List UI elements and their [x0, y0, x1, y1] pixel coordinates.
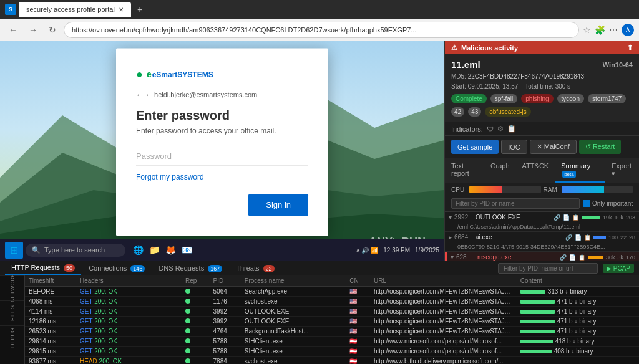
- taskbar-icon-2[interactable]: 📁: [147, 242, 162, 257]
- proc-sub-outlook: /eml C:\Users\admin\AppData\Local\Temp\1…: [445, 223, 639, 231]
- col-cn: CN: [346, 275, 370, 287]
- table-row[interactable]: 12186 ms GET 200: OK 3992 OUTLOOK.EXE 🇺🇸…: [25, 317, 639, 327]
- tab-http-requests[interactable]: HTTP Requests 50: [5, 261, 81, 275]
- more-icon[interactable]: ⋯: [609, 25, 618, 35]
- table-row[interactable]: 29614 ms GET 200: OK 5788 SIHClient.exe …: [25, 337, 639, 347]
- cell-content: 313 b ↓ binary: [517, 287, 639, 297]
- forward-button[interactable]: →: [25, 24, 41, 36]
- process-filter-input[interactable]: [451, 198, 580, 209]
- cell-time: 29615 ms: [25, 347, 76, 357]
- proc-icon-m628-3[interactable]: 📋: [578, 254, 585, 261]
- indicators-icon-1[interactable]: 🛡: [487, 125, 494, 133]
- bar-msedge-628: [588, 256, 603, 259]
- badge-storm: storm1747: [588, 94, 626, 103]
- file-status-badges: Complete spf-fail phishing tycoon storm1…: [451, 94, 633, 117]
- metric1-msedge-628: 30k: [606, 254, 615, 261]
- main-content: ● e eSmartSYSTEMS ← ← heidi.bjerke@esmar…: [0, 41, 639, 261]
- cell-url: http://www.microsoft.com/pkiops/crl/Micr…: [370, 347, 517, 357]
- table-row[interactable]: BEFORE GET 200: OK 5064 SearchApp.exe 🇺🇸…: [25, 287, 639, 297]
- cell-method: GET 200: OK: [76, 327, 182, 337]
- http-table-wrapper: Timeshift Headers Rep PID Process name C…: [25, 275, 639, 364]
- proc-icon-file[interactable]: 📄: [563, 214, 570, 221]
- proc-icon-ai-1[interactable]: 🔗: [565, 234, 572, 241]
- share-icon[interactable]: ⬆: [627, 44, 633, 52]
- get-sample-button[interactable]: Get sample: [451, 140, 499, 154]
- taskbar-icon-outlook[interactable]: 📧: [179, 242, 194, 257]
- cell-cn: 🇺🇸: [346, 297, 370, 307]
- browser-tab-active[interactable]: securely access profile portal ✕: [19, 2, 131, 17]
- start-button[interactable]: ⊞: [5, 242, 23, 259]
- proc-icon-ai-2[interactable]: 📄: [575, 234, 582, 241]
- logo-text-container: e eSmartSYSTEMS: [147, 69, 213, 79]
- table-row[interactable]: 4114 ms GET 200: OK 3992 OUTLOOK.EXE 🇺🇸 …: [25, 307, 639, 317]
- metric2-outlook: 10k: [614, 214, 623, 221]
- table-row[interactable]: 93677 ms HEAD 200: OK 7884 svchost.exe 🇦…: [25, 357, 639, 365]
- tab-export[interactable]: Export ▾: [605, 158, 639, 183]
- mal-title: ⚠ Malicious activity: [451, 44, 518, 52]
- back-link[interactable]: ← ← heidi.bjerke@esmartsystems.com: [136, 91, 308, 98]
- filter-url-input[interactable]: [498, 263, 598, 274]
- bar-ai: [593, 236, 606, 239]
- cell-time: BEFORE: [25, 287, 76, 297]
- tab-threats[interactable]: Threats 22: [230, 262, 280, 274]
- table-row[interactable]: 4068 ms GET 200: OK 1176 svchost.exe 🇺🇸 …: [25, 297, 639, 307]
- cell-content: [517, 357, 639, 365]
- sign-in-button[interactable]: Sign in: [248, 194, 308, 216]
- malconf-button[interactable]: ✕ MalConf: [530, 140, 577, 154]
- process-row-msedge-628[interactable]: ▾ 628 msedge.exe 🔗 📄 📋 30k 3k 170: [447, 252, 639, 261]
- table-row[interactable]: 26523 ms GET 200: OK 4764 BackgroundTask…: [25, 327, 639, 337]
- indicators-icon-2[interactable]: ⚙: [497, 125, 504, 133]
- proc-icon-ai-3[interactable]: 📋: [584, 234, 591, 241]
- profile-avatar[interactable]: A: [622, 24, 634, 36]
- cell-rep: [182, 337, 210, 347]
- proc-icon-link[interactable]: 🔗: [554, 214, 560, 221]
- extensions-icon[interactable]: 🧩: [595, 25, 605, 35]
- rep-dot: [185, 358, 190, 363]
- tab-attck[interactable]: ATT&CK: [516, 158, 555, 183]
- pid-outlook: 3992: [454, 214, 473, 221]
- browser-chrome: S securely access profile portal ✕ + ← →…: [0, 0, 639, 41]
- browser-content: ● e eSmartSYSTEMS ← ← heidi.bjerke@esmar…: [0, 41, 444, 261]
- cell-content: 418 b ↓ binary: [517, 337, 639, 347]
- expand-ai[interactable]: ▸: [449, 234, 452, 241]
- process-row-ai[interactable]: ▸ 6684 ai.exe 🔗 📄 📋 100 22 28: [445, 232, 639, 242]
- toolbar-icons: ☆ 🧩 ⋯ A: [583, 24, 634, 36]
- browser-toolbar: ← → ↻ ☆ 🧩 ⋯ A: [0, 19, 639, 41]
- proc-icon-reg[interactable]: 📋: [572, 214, 579, 221]
- tab-summary[interactable]: Summary beta: [555, 158, 605, 183]
- tab-close-icon[interactable]: ✕: [119, 6, 124, 13]
- taskbar-search[interactable]: 🔍 Type here to search: [26, 244, 125, 257]
- process-row-outlook[interactable]: ▾ 3992 OUTLOOK.EXE 🔗 📄 📋 19k 10k 203: [445, 212, 639, 223]
- refresh-button[interactable]: ↻: [45, 24, 60, 36]
- expand-outlook[interactable]: ▾: [449, 214, 452, 221]
- only-important-checkbox[interactable]: [583, 200, 590, 207]
- metric2-ai: 22: [620, 234, 627, 241]
- proc-icon-m628-2[interactable]: 📄: [569, 254, 576, 261]
- new-tab-button[interactable]: +: [134, 4, 146, 14]
- table-row[interactable]: 29615 ms GET 200: OK 5788 SIHClient.exe …: [25, 347, 639, 357]
- back-button[interactable]: ←: [5, 24, 21, 36]
- tab-connections[interactable]: Connections 146: [82, 262, 151, 274]
- cell-content: 471 b ↓ binary: [517, 317, 639, 327]
- badge-obfuscated: obfuscated-js: [485, 107, 530, 117]
- bookmark-icon[interactable]: ☆: [583, 25, 591, 35]
- password-input[interactable]: [136, 148, 308, 165]
- restart-button[interactable]: ↺ Restart: [579, 140, 622, 154]
- taskbar-icon-1[interactable]: 🌐: [130, 242, 145, 257]
- indicators-icon-3[interactable]: 📋: [507, 125, 516, 133]
- cell-rep: [182, 327, 210, 337]
- forgot-password-link[interactable]: Forgot my password: [136, 173, 308, 181]
- pcap-button[interactable]: ▶ PCAP: [603, 264, 634, 273]
- tab-text-report[interactable]: Text report: [445, 158, 484, 183]
- tab-graph[interactable]: Graph: [484, 158, 516, 183]
- tab-dns-requests[interactable]: DNS Requests 167: [152, 262, 228, 274]
- expand-msedge-628[interactable]: ▾: [451, 254, 454, 261]
- action-buttons: Get sample IOC ✕ MalConf ↺ Restart: [445, 136, 639, 158]
- proc-icon-m628-1[interactable]: 🔗: [560, 254, 567, 261]
- taskbar-icon-3[interactable]: 🦊: [163, 242, 178, 257]
- ioc-button[interactable]: IOC: [501, 140, 527, 154]
- address-bar[interactable]: [64, 22, 579, 38]
- status-tag: 200: OK: [94, 338, 117, 345]
- cell-content: 471 b ↓ binary: [517, 327, 639, 337]
- metric1-ai: 100: [608, 234, 618, 241]
